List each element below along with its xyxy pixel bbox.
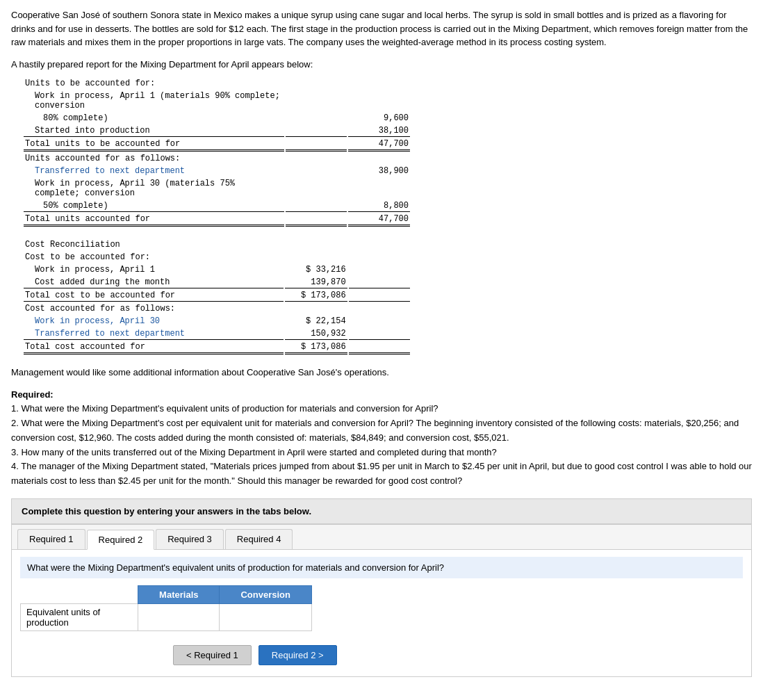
wip-cost-april1-label: Work in process, April 1 (24, 264, 284, 275)
total-accounted-label: Total units accounted for (24, 213, 284, 227)
transferred-label: Transferred to next department (24, 165, 284, 177)
transferred-value: 38,900 (348, 165, 410, 177)
tab-content: What were the Mixing Department's equiva… (12, 550, 751, 676)
tabs-container: Required 1 Required 2 Required 3 Require… (11, 524, 752, 677)
total-cost-acc-value: $ 173,086 (285, 341, 347, 355)
transferred-cost-label: Transferred to next department (24, 328, 284, 340)
answer-table: Materials Conversion Equivalent units of… (20, 585, 312, 631)
tab-required4[interactable]: Required 4 (225, 529, 293, 549)
materials-input[interactable] (141, 611, 204, 624)
wip-april1-label: Work in process, April 1 (materials 90% … (24, 90, 284, 111)
tabs-row: Required 1 Required 2 Required 3 Require… (12, 525, 751, 550)
started-value: 38,100 (348, 125, 410, 137)
wip-april1-value: 9,600 (348, 113, 410, 124)
total-units-label: Total units to be accounted for (24, 138, 284, 152)
management-text: Management would like some additional in… (11, 366, 752, 380)
required-section: Required: 1. What were the Mixing Depart… (11, 388, 752, 489)
required-item4: 4. The manager of the Mixing Department … (11, 461, 752, 486)
col-materials-header: Materials (138, 586, 220, 604)
total-cost-label: Total cost to be accounted for (24, 290, 284, 302)
total-accounted-value: 47,700 (348, 213, 410, 227)
tab-question: What were the Mixing Department's equiva… (20, 557, 743, 578)
materials-input-cell[interactable] (138, 604, 220, 631)
required-item2: 2. What were the Mixing Department's cos… (11, 418, 739, 443)
wip-april30-cont-label: 50% complete) (24, 200, 284, 212)
col-empty (21, 586, 138, 604)
cost-added-label: Cost added during the month (24, 277, 284, 288)
started-label: Started into production (24, 125, 284, 137)
wip-april1-cont-label: 80% complete) (24, 113, 284, 124)
wip-april30-label: Work in process, April 30 (materials 75%… (24, 178, 284, 199)
cost-recon-header: Cost Reconciliation (24, 239, 284, 250)
intro-paragraph1: Cooperative San José of southern Sonora … (11, 8, 752, 49)
total-units-value: 47,700 (348, 138, 410, 152)
cost-recon-table: Cost Reconciliation Cost to be accounted… (22, 238, 411, 356)
tab-required2[interactable]: Required 2 (87, 530, 155, 550)
nav-buttons: < Required 1 Required 2 > (20, 641, 743, 669)
row-equiv-units-label: Equivalent units of production (21, 604, 138, 631)
wip-cost-april30-value: $ 22,154 (285, 316, 347, 327)
cost-added-value: 139,870 (285, 277, 347, 288)
transferred-cost-value: 150,932 (285, 328, 347, 340)
cost-accounted-header: Cost to be accounted for: (24, 252, 284, 263)
total-cost-value: $ 173,086 (285, 290, 347, 302)
intro-paragraph2: A hastily prepared report for the Mixing… (11, 58, 752, 72)
wip-cost-april30-label: Work in process, April 30 (24, 316, 284, 327)
tab-required1[interactable]: Required 1 (17, 529, 85, 549)
prev-button[interactable]: < Required 1 (173, 645, 252, 665)
wip-april30-value: 8,800 (348, 200, 410, 212)
next-button[interactable]: Required 2 > (259, 645, 337, 665)
units-header-label: Units to be accounted for: (24, 78, 284, 89)
conversion-input-cell[interactable] (220, 604, 312, 631)
units-report-table: Units to be accounted for: Work in proce… (22, 76, 411, 228)
required-item3: 3. How many of the units transferred out… (11, 447, 497, 457)
total-cost-acc-label: Total cost accounted for (24, 341, 284, 355)
col-conversion-header: Conversion (220, 586, 312, 604)
units-accounted-header: Units accounted for as follows: (24, 153, 284, 164)
conversion-input[interactable] (222, 611, 285, 624)
wip-cost-value: $ 33,216 (285, 264, 347, 275)
required-item1: 1. What were the Mixing Department's equ… (11, 403, 438, 414)
tab-required3[interactable]: Required 3 (156, 529, 224, 549)
complete-box: Complete this question by entering your … (11, 498, 752, 524)
cost-acc-header: Cost accounted for as follows: (24, 303, 284, 314)
required-header: Required: (11, 389, 54, 400)
